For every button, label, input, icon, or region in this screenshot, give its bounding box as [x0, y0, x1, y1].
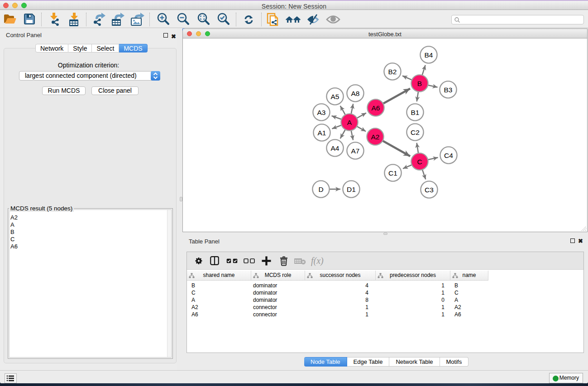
svg-text:A2: A2 [371, 133, 380, 141]
svg-text:C1: C1 [388, 169, 397, 177]
svg-text:C4: C4 [444, 152, 453, 159]
svg-text:D1: D1 [347, 186, 356, 193]
svg-text:C3: C3 [425, 186, 434, 194]
svg-text:B3: B3 [444, 86, 453, 94]
svg-text:B1: B1 [411, 109, 420, 116]
svg-text:A5: A5 [331, 93, 339, 100]
svg-text:B4: B4 [425, 51, 433, 59]
svg-text:B2: B2 [388, 68, 397, 76]
svg-text:A1: A1 [318, 129, 326, 137]
svg-text:A7: A7 [351, 147, 360, 155]
svg-text:A8: A8 [351, 90, 360, 97]
svg-text:A: A [347, 119, 352, 126]
svg-text:A4: A4 [331, 144, 339, 152]
svg-text:D: D [318, 186, 323, 193]
svg-text:C: C [417, 158, 422, 166]
svg-text:A6: A6 [372, 104, 380, 112]
svg-text:A3: A3 [317, 109, 326, 116]
svg-text:C2: C2 [411, 129, 420, 136]
svg-text:B: B [417, 80, 422, 87]
